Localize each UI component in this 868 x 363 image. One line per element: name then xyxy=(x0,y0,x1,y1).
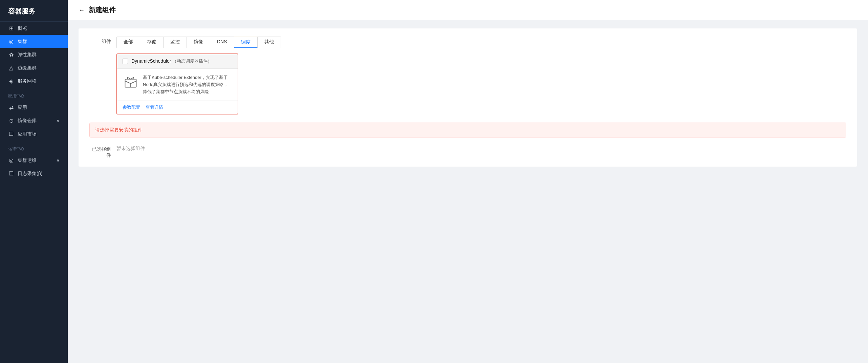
param-config-link[interactable]: 参数配置 xyxy=(123,104,140,110)
form-card: 组件 全部 存储 监控 镜像 DNS 调度 其他 xyxy=(79,28,857,167)
sidebar-item-elastic-cluster[interactable]: ✿ 弹性集群 xyxy=(0,48,68,61)
tab-storage[interactable]: 存储 xyxy=(140,37,164,48)
component-checkbox[interactable] xyxy=(123,59,128,64)
log-collect-icon: ☐ xyxy=(8,170,14,177)
component-footer: 参数配置 查看详情 xyxy=(117,101,238,114)
sidebar: 容器服务 ⊞ 概览 ◎ 集群 ✿ 弹性集群 △ 边缘集群 ◈ 服务网格 应用中心… xyxy=(0,0,68,363)
component-card: DynamicScheduler （动态调度器插件） xyxy=(116,54,238,114)
sidebar-item-cluster-ops[interactable]: ◎ 集群运维 ∨ xyxy=(0,154,68,167)
app-market-icon: ☐ xyxy=(8,131,14,137)
tab-dns[interactable]: DNS xyxy=(210,37,234,48)
tab-other[interactable]: 其他 xyxy=(258,37,281,48)
app-icon: ⇄ xyxy=(8,104,14,111)
sidebar-item-label: 弹性集群 xyxy=(18,52,37,58)
sidebar-item-label: 集群 xyxy=(18,39,27,45)
sidebar-item-log-collect[interactable]: ☐ 日志采集(β) xyxy=(0,167,68,180)
chevron-down-icon: ∨ xyxy=(57,119,60,123)
chevron-down-icon: ∨ xyxy=(57,158,60,163)
sidebar-item-service-mesh[interactable]: ◈ 服务网格 xyxy=(0,74,68,88)
edge-cluster-icon: △ xyxy=(8,65,14,71)
content-area: 组件 全部 存储 监控 镜像 DNS 调度 其他 xyxy=(68,20,868,363)
sidebar-item-overview[interactable]: ⊞ 概览 xyxy=(0,22,68,35)
cluster-ops-icon: ◎ xyxy=(8,157,14,164)
sidebar-item-app[interactable]: ⇄ 应用 xyxy=(0,101,68,114)
tab-scheduling[interactable]: 调度 xyxy=(234,37,258,48)
component-form-row: 组件 全部 存储 监控 镜像 DNS 调度 其他 xyxy=(89,37,846,114)
selected-components-row: 已选择组件 暂未选择组件 xyxy=(89,146,846,158)
selected-label: 已选择组件 xyxy=(89,146,116,158)
filter-tabs: 全部 存储 监控 镜像 DNS 调度 其他 xyxy=(116,37,281,48)
component-name: DynamicScheduler （动态调度器插件） xyxy=(131,58,212,64)
tab-all[interactable]: 全部 xyxy=(117,37,140,48)
sidebar-item-label: 集群运维 xyxy=(18,157,37,164)
component-content: 全部 存储 监控 镜像 DNS 调度 其他 DynamicSchedu xyxy=(116,37,846,114)
back-button[interactable]: ← xyxy=(79,7,85,13)
sidebar-item-label: 应用市场 xyxy=(18,131,37,137)
sidebar-item-edge-cluster[interactable]: △ 边缘集群 xyxy=(0,61,68,74)
sidebar-item-label: 镜像仓库 xyxy=(18,118,37,124)
sidebar-item-image-repo[interactable]: ⊙ 镜像仓库 ∨ xyxy=(0,114,68,127)
sidebar-item-label: 日志采集(β) xyxy=(18,171,42,177)
cluster-icon: ◎ xyxy=(8,38,14,45)
component-label: 组件 xyxy=(89,37,116,45)
tab-mirror[interactable]: 镜像 xyxy=(187,37,210,48)
component-icon xyxy=(123,74,139,90)
tab-monitor[interactable]: 监控 xyxy=(164,37,187,48)
sidebar-logo: 容器服务 xyxy=(0,0,68,22)
service-mesh-icon: ◈ xyxy=(8,78,14,84)
view-detail-link[interactable]: 查看详情 xyxy=(146,104,163,110)
sidebar-item-label: 边缘集群 xyxy=(18,65,37,71)
section-label-ops-center: 运维中心 xyxy=(0,141,68,154)
sidebar-item-app-market[interactable]: ☐ 应用市场 xyxy=(0,127,68,141)
section-label-app-center: 应用中心 xyxy=(0,88,68,101)
page-title: 新建组件 xyxy=(89,5,116,15)
component-card-header: DynamicScheduler （动态调度器插件） xyxy=(117,54,238,69)
sidebar-item-label: 服务网格 xyxy=(18,78,37,84)
sidebar-item-cluster[interactable]: ◎ 集群 xyxy=(0,35,68,48)
overview-icon: ⊞ xyxy=(8,25,14,31)
elastic-cluster-icon: ✿ xyxy=(8,51,14,58)
main-content: ← 新建组件 组件 全部 存储 监控 镜像 DNS 调度 其他 xyxy=(68,0,868,363)
error-message: 请选择需要安装的组件 xyxy=(89,123,846,137)
component-body: 基于Kube-scheduler Extender，实现了基于Node真实负载进… xyxy=(117,69,238,101)
sidebar-item-label: 概览 xyxy=(18,25,27,31)
selected-value: 暂未选择组件 xyxy=(116,146,145,152)
sidebar-item-label: 应用 xyxy=(18,105,27,111)
image-repo-icon: ⊙ xyxy=(8,118,14,124)
page-header: ← 新建组件 xyxy=(68,0,868,20)
component-description: 基于Kube-scheduler Extender，实现了基于Node真实负载进… xyxy=(143,74,232,95)
component-sub-name: （动态调度器插件） xyxy=(172,59,212,64)
